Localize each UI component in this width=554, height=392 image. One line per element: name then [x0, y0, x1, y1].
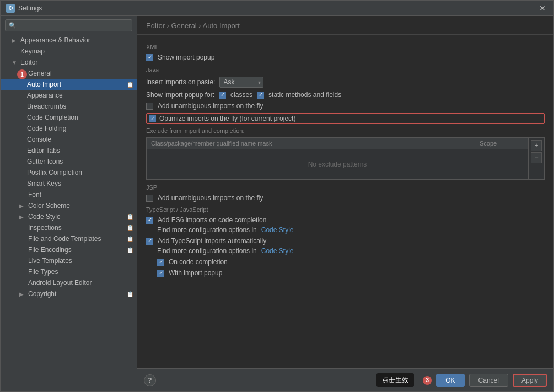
apply-button[interactable]: Apply	[513, 374, 547, 387]
expand-icon: ▶	[19, 203, 26, 209]
ts-add-es6-row: Add ES6 imports on code completion	[146, 216, 545, 224]
sidebar-item-code-completion[interactable]: Code Completion	[1, 112, 137, 123]
ts-with-import-popup-checkbox[interactable]	[157, 270, 164, 277]
badge-1: 1	[17, 69, 27, 79]
titlebar-left: ⚙ Settings	[6, 4, 42, 13]
jsp-add-unambiguous-row: Add unambiguous imports on the fly	[146, 194, 545, 202]
sidebar-item-code-style[interactable]: ▶ Code Style 📋	[1, 211, 137, 222]
sidebar-item-label: Gutter Icons	[27, 158, 63, 165]
sidebar-item-general[interactable]: ▼ General 1	[1, 68, 137, 79]
search-icon: 🔍	[9, 22, 17, 29]
sidebar-item-label: Editor	[20, 58, 37, 66]
sidebar-item-postfix-completion[interactable]: Postfix Completion	[1, 167, 137, 178]
xml-show-import-popup-checkbox[interactable]	[146, 54, 153, 61]
copy-icon: 📋	[127, 225, 133, 231]
insert-imports-label: Insert imports on paste:	[146, 78, 215, 86]
bottom-bar: ? 点击生效 3 OK Cancel Apply	[137, 368, 553, 391]
search-box[interactable]: 🔍	[5, 19, 132, 31]
sidebar-item-color-scheme[interactable]: ▶ Color Scheme	[1, 200, 137, 211]
ts-section-label: TypeScript / JavaScript	[146, 206, 545, 213]
sidebar-item-android-layout-editor[interactable]: ▶ Android Layout Editor	[1, 277, 137, 288]
sidebar-item-appearance-behavior[interactable]: ▶ Appearance & Behavior	[1, 35, 137, 46]
sidebar-item-breadcrumbs[interactable]: Breadcrumbs	[1, 101, 137, 112]
sidebar-item-label: Editor Tabs	[27, 147, 60, 154]
close-button[interactable]: ✕	[537, 4, 548, 13]
jsp-add-unambiguous-checkbox[interactable]	[146, 195, 153, 202]
xml-show-import-popup-row: Show import popup	[146, 53, 545, 61]
sidebar-item-label: Breadcrumbs	[27, 103, 66, 110]
sidebar-item-code-folding[interactable]: Code Folding	[1, 123, 137, 134]
add-unambiguous-checkbox[interactable]	[146, 103, 153, 110]
help-button[interactable]: ?	[144, 374, 156, 386]
sidebar-item-gutter-icons[interactable]: Gutter Icons	[1, 156, 137, 167]
insert-imports-select[interactable]: Ask Always Never	[219, 77, 263, 88]
expand-icon: ▶	[12, 37, 18, 44]
sidebar-item-label: Code Folding	[27, 125, 66, 132]
table-empty-message: No exclude patterns	[147, 149, 528, 179]
breadcrumb-text: Editor › General › Auto Import	[146, 22, 240, 30]
ts-add-es6-label: Add ES6 imports on code completion	[158, 216, 266, 224]
add-unambiguous-row: Add unambiguous imports on the fly	[146, 102, 545, 110]
sidebar-item-live-templates[interactable]: ▶ Live Templates	[1, 255, 137, 266]
sidebar-item-editor[interactable]: ▼ Editor	[1, 57, 137, 68]
table-remove-button[interactable]: −	[531, 152, 542, 163]
sidebar-item-appearance[interactable]: Appearance	[1, 90, 137, 101]
expand-icon: ▶	[19, 214, 26, 220]
java-section-label: Java	[146, 67, 545, 73]
sidebar-item-label: File Encodings	[28, 246, 72, 254]
sidebar-item-file-code-templates[interactable]: ▶ File and Code Templates 📋	[1, 233, 137, 244]
help-area: ?	[144, 374, 156, 386]
ts-find-more-1-text: Find more configuration options in	[157, 226, 257, 234]
sidebar-item-label: File Types	[28, 268, 58, 276]
sidebar-item-editor-tabs[interactable]: Editor Tabs	[1, 145, 137, 156]
sidebar-item-label: Android Layout Editor	[28, 279, 92, 287]
show-popup-label: Show import popup for:	[146, 91, 214, 99]
static-methods-checkbox[interactable]	[257, 92, 264, 99]
settings-icon: ⚙	[6, 4, 15, 13]
sidebar-item-copyright[interactable]: ▶ Copyright 📋	[1, 288, 137, 299]
ts-add-typescript-checkbox[interactable]	[146, 238, 153, 245]
main-panel: Editor › General › Auto Import XML Show …	[137, 16, 553, 391]
search-input[interactable]	[19, 22, 128, 29]
sidebar-item-label: Keymap	[20, 47, 45, 55]
ts-code-style-link-1[interactable]: Code Style	[261, 226, 294, 234]
copy-icon: 📋	[127, 82, 133, 88]
optimize-imports-container: Optimize imports on the fly (for current…	[146, 113, 545, 124]
sidebar-item-font[interactable]: ▶ Font	[1, 189, 137, 200]
sidebar-item-label: Color Scheme	[28, 202, 70, 210]
sidebar-item-label: Auto Import	[27, 80, 61, 88]
sidebar-item-file-encodings[interactable]: ▶ File Encodings 📋	[1, 244, 137, 255]
sidebar-item-label: Appearance	[27, 92, 63, 99]
sidebar-item-label: Copyright	[28, 290, 56, 298]
ts-code-style-link-2[interactable]: Code Style	[261, 247, 294, 255]
settings-window: ⚙ Settings ✕ 🔍 ▶ Appearance & Behavior ▶…	[0, 0, 554, 392]
table-add-button[interactable]: +	[531, 140, 542, 151]
ts-on-completion-checkbox[interactable]	[157, 259, 164, 266]
sidebar-item-console[interactable]: Console	[1, 134, 137, 145]
sidebar-item-label: Inspections	[28, 224, 62, 232]
sidebar-item-inspections[interactable]: ▶ Inspections 📋	[1, 222, 137, 233]
optimize-imports-label: Optimize imports on the fly (for current…	[159, 115, 295, 122]
sidebar-item-keymap[interactable]: ▶ Keymap	[1, 46, 137, 57]
sidebar-item-label: Appearance & Behavior	[20, 36, 90, 44]
sidebar-item-file-types[interactable]: ▶ File Types	[1, 266, 137, 277]
insert-imports-row: Insert imports on paste: Ask Always Neve…	[146, 77, 545, 88]
sidebar-item-label: Code Style	[28, 213, 61, 221]
breadcrumb: Editor › General › Auto Import	[137, 16, 553, 35]
ts-find-more-1-row: Find more configuration options in Code …	[157, 226, 545, 234]
badge-3: 3	[423, 376, 432, 385]
sidebar-item-label: Font	[28, 191, 41, 198]
sidebar-item-label: File and Code Templates	[28, 235, 101, 243]
content-area: 🔍 ▶ Appearance & Behavior ▶ Keymap ▼ Edi…	[1, 16, 553, 391]
add-unambiguous-label: Add unambiguous imports on the fly	[158, 102, 263, 110]
copy-icon: 📋	[127, 291, 133, 297]
sidebar-item-auto-import[interactable]: Auto Import 📋	[1, 79, 137, 90]
ok-button[interactable]: OK	[436, 374, 464, 387]
cancel-button[interactable]: Cancel	[469, 374, 508, 387]
sidebar-item-smart-keys[interactable]: Smart Keys	[1, 178, 137, 189]
ts-add-es6-checkbox[interactable]	[146, 217, 153, 224]
ts-add-typescript-label: Add TypeScript imports automatically	[158, 237, 266, 245]
ts-find-more-2-row: Find more configuration options in Code …	[157, 247, 545, 255]
optimize-imports-checkbox[interactable]	[149, 115, 156, 122]
classes-checkbox[interactable]	[219, 92, 226, 99]
